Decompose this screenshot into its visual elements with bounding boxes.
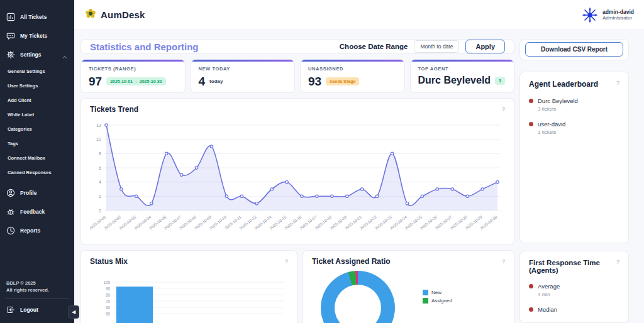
copyright-line: BDLP © 2025	[6, 280, 68, 287]
sidebar-subitem-tags[interactable]: Tags	[0, 136, 74, 151]
sidebar-item-label: My Tickets	[20, 33, 47, 39]
download-csv-button[interactable]: Download CSV Report	[525, 42, 623, 57]
svg-text:50: 50	[106, 312, 111, 316]
svg-text:4: 4	[99, 180, 101, 184]
help-icon[interactable]: ?	[502, 258, 505, 265]
legend-swatch	[423, 298, 428, 304]
user-name: admin-david	[602, 9, 634, 15]
stat-card-unassigned: UNASSIGNED 93 needs triage	[300, 59, 405, 93]
chart-title: Tickets Trend	[90, 105, 505, 114]
stat-label: NEW TODAY	[199, 66, 287, 72]
help-icon[interactable]: ?	[502, 106, 505, 112]
user-role: Administrator	[602, 15, 634, 21]
brand-logo-icon	[84, 8, 97, 23]
person-icon	[6, 189, 15, 197]
chart-title: Ticket Assigned Ratio	[312, 257, 505, 266]
stat-card-top-agent: TOP AGENT Durc Beyleveld 3	[410, 59, 515, 93]
response-time-title: First Response Time (Agents)	[529, 259, 619, 274]
gear-icon	[6, 50, 15, 59]
metric-name: Median	[538, 306, 557, 313]
donut-chart	[321, 271, 395, 323]
date-range-badge: 2025-10-01 → 2025-10-30	[106, 77, 166, 85]
leaderboard-item: Durc Beyleveld 3 tickets	[529, 97, 619, 112]
sidebar-subitem-user-settings[interactable]: User Settings	[0, 79, 74, 93]
top-header: AumDesk admin-david Administrator	[74, 0, 644, 30]
help-icon[interactable]: ?	[616, 259, 619, 265]
avatar	[582, 7, 598, 23]
agent-tickets: 1 tickets	[538, 129, 565, 135]
svg-text:90: 90	[106, 287, 111, 291]
clock-icon	[6, 226, 15, 235]
tickets-trend-card: Tickets Trend ? 0246810122025-10-012025-…	[80, 98, 514, 245]
bullet-dot-icon	[529, 284, 533, 288]
bullet-dot-icon	[529, 307, 533, 312]
logout-icon	[6, 305, 15, 314]
legend-item: Assigned	[423, 298, 452, 304]
sidebar-item-feedback[interactable]: Feedback	[0, 202, 74, 221]
leaderboard-item: user-david 1 tickets	[529, 121, 619, 135]
main-content: Statistics and Reporting Choose Date Ran…	[74, 30, 644, 323]
agent-name: Durc Beyleveld	[538, 97, 578, 104]
svg-text:6: 6	[99, 166, 101, 170]
svg-text:60: 60	[106, 305, 111, 310]
sidebar-subitem-white-label[interactable]: White Label	[0, 107, 74, 122]
sidebar-item-my-tickets[interactable]: My Tickets	[0, 26, 74, 45]
help-icon[interactable]: ?	[616, 80, 619, 86]
sidebar-subitem-general-settings[interactable]: General Settings	[0, 64, 74, 79]
agent-leaderboard-card: Agent Leaderboard ? Durc Beyleveld 3 tic…	[519, 72, 629, 243]
date-range-select[interactable]: Month to date	[414, 40, 459, 53]
sidebar-item-label: Feedback	[20, 209, 45, 215]
stat-label: TICKETS (RANGE)	[89, 66, 177, 72]
sidebar-subitem-canned-responses[interactable]: Canned Responses	[0, 165, 74, 180]
svg-text:0: 0	[99, 209, 101, 213]
brand-name: AumDesk	[101, 9, 145, 20]
line-chart-svg: 0246810122025-10-012025-10-022025-10-032…	[90, 119, 505, 243]
stat-value: 93	[308, 75, 321, 87]
page-title: Statistics and Reporting	[90, 41, 199, 52]
logout-label: Logout	[20, 307, 38, 313]
help-icon[interactable]: ?	[285, 258, 288, 265]
bullet-dot-icon	[529, 122, 533, 126]
sidebar-item-label: Settings	[20, 52, 42, 58]
status-mix-chart: 1009080706050	[90, 273, 288, 323]
sidebar-subitem-connect-mailbox[interactable]: Connect Mailbox	[0, 151, 74, 165]
stat-cards-row: TICKETS (RANGE) 97 2025-10-01 → 2025-10-…	[80, 59, 514, 93]
tickets-trend-chart: 0246810122025-10-012025-10-022025-10-032…	[90, 119, 505, 246]
logout-button[interactable]: Logout	[0, 299, 74, 323]
legend-label: Assigned	[431, 298, 452, 304]
sidebar-subitem-categories[interactable]: Categories	[0, 122, 74, 136]
bullet-dot-icon	[529, 99, 533, 103]
stats-toolbar: Statistics and Reporting Choose Date Ran…	[80, 39, 514, 54]
stat-card-tickets-range: TICKETS (RANGE) 97 2025-10-01 → 2025-10-…	[80, 59, 186, 93]
leaderboard-title: Agent Leaderboard	[529, 80, 619, 89]
svg-text:2025-10-30: 2025-10-30	[479, 214, 498, 231]
sidebar-item-settings[interactable]: Settings	[0, 45, 74, 64]
apply-button[interactable]: Apply	[465, 40, 505, 53]
sidebar-item-label: All Tickets	[20, 14, 47, 20]
response-time-item: Median	[529, 306, 619, 315]
app-root: All Tickets My Tickets Settings General …	[0, 0, 644, 323]
agent-name: user-david	[538, 121, 565, 128]
sidebar-item-label: Reports	[20, 227, 40, 234]
chart-title: Status Mix	[90, 257, 288, 266]
brand[interactable]: AumDesk	[84, 8, 145, 23]
svg-text:100: 100	[103, 280, 110, 285]
metric-value: 4 min	[538, 292, 560, 297]
stat-card-new-today: NEW TODAY 4 today	[191, 59, 296, 93]
bar-chart-icon	[6, 13, 15, 21]
chat-icon	[6, 31, 15, 40]
sidebar-subitem-add-client[interactable]: Add Client	[0, 93, 74, 107]
ticket-assigned-ratio-card: Ticket Assigned Ratio ? NewAssigned	[303, 250, 514, 323]
sidebar-item-all-tickets[interactable]: All Tickets	[0, 8, 74, 26]
sidebar-footer: BDLP © 2025 All rights reserved.	[0, 280, 74, 299]
sidebar-item-profile[interactable]: Profile	[0, 183, 74, 202]
status-mix-card: Status Mix ? 1009080706050	[80, 250, 297, 323]
user-menu[interactable]: admin-david Administrator	[582, 7, 634, 23]
sidebar-item-reports[interactable]: Reports	[0, 221, 74, 240]
stat-label: TOP AGENT	[418, 66, 507, 72]
svg-text:12: 12	[96, 123, 101, 128]
top-agent-count-badge: 3	[495, 77, 505, 85]
sidebar-collapse-button[interactable]: ◀	[68, 305, 79, 319]
legend-swatch	[423, 290, 428, 295]
svg-text:8: 8	[99, 151, 101, 156]
